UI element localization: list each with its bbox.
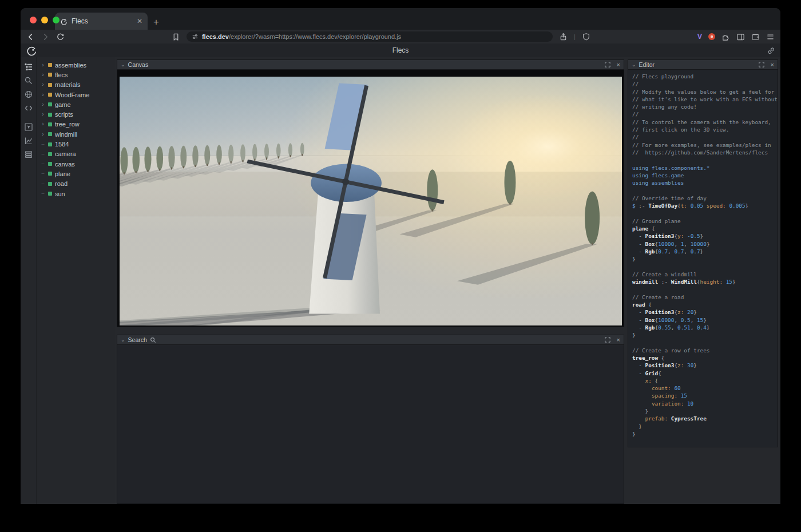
page-title: Flecs	[21, 46, 780, 54]
tree-item-label: canvas	[55, 161, 75, 168]
fullscreen-icon[interactable]	[605, 337, 610, 343]
expand-chevron-icon[interactable]: ›	[41, 121, 45, 127]
tree-item-label: materials	[55, 81, 81, 88]
bookmark-icon[interactable]	[172, 33, 180, 41]
cypress-tree	[192, 145, 198, 166]
expand-chevron-icon[interactable]: ›	[41, 132, 45, 137]
tables-icon[interactable]	[24, 150, 33, 159]
expand-chevron-icon[interactable]: ›	[41, 62, 45, 68]
share-icon[interactable]	[559, 33, 568, 41]
tree-item-scripts[interactable]: ›scripts	[37, 109, 115, 119]
menu-icon[interactable]	[766, 33, 775, 41]
tab-strip: Flecs ✕ +	[21, 8, 780, 30]
editor-panel-header[interactable]: ⌄ Editor ×	[628, 60, 778, 70]
maximize-window-button[interactable]	[53, 17, 60, 23]
new-tab-button[interactable]: +	[153, 17, 159, 27]
url-path: /explorer/?wasm=https://www.flecs.dev/ex…	[229, 33, 401, 40]
fullscreen-icon[interactable]	[759, 62, 764, 68]
cypress-tree	[228, 145, 233, 163]
tree-item-label: windmill	[55, 131, 77, 138]
minimize-window-button[interactable]	[41, 17, 48, 23]
tree-item-label: scripts	[55, 111, 73, 118]
code-line: road {	[632, 301, 778, 308]
code-icon[interactable]	[24, 104, 33, 113]
extension-v-icon[interactable]: V	[697, 33, 702, 41]
code-line: - Rgb{0.55, 0.51, 0.4}	[632, 324, 778, 331]
shield-icon[interactable]	[582, 33, 590, 41]
canvas-panel-header[interactable]: ⌄ Canvas ×	[117, 60, 624, 70]
module-square-icon	[48, 73, 52, 77]
close-panel-icon[interactable]: ×	[771, 62, 774, 68]
tree-item-game[interactable]: ›game	[37, 100, 115, 109]
navigation-bar: flecs.dev/explorer/?wasm=https://www.fle…	[21, 30, 780, 43]
tab-close-icon[interactable]: ✕	[137, 17, 142, 25]
cypress-tree	[585, 191, 600, 244]
entity-square-icon	[48, 122, 52, 126]
code-line: //	[632, 133, 778, 141]
code-line: // what it's like to work with an ECS wi…	[632, 96, 778, 103]
module-square-icon	[48, 93, 52, 97]
world-icon[interactable]	[24, 90, 33, 99]
search-results-area[interactable]	[117, 345, 624, 503]
url-bar[interactable]: flecs.dev/explorer/?wasm=https://www.fle…	[187, 31, 553, 42]
close-window-button[interactable]	[30, 17, 37, 23]
close-panel-icon[interactable]: ×	[617, 62, 620, 68]
tree-item-assemblies[interactable]: ›assemblies	[37, 60, 115, 70]
code-line: - Grid{	[632, 370, 778, 377]
tree-item-windmill[interactable]: ›windmill	[37, 129, 115, 139]
expand-chevron-icon[interactable]: ›	[41, 82, 45, 88]
collapse-chevron-icon[interactable]: ⌄	[632, 62, 636, 68]
entity-square-icon	[48, 142, 52, 146]
collapse-chevron-icon[interactable]: ⌄	[121, 62, 125, 68]
canvas-body	[117, 70, 624, 327]
toolbar-separator: |	[574, 33, 576, 40]
reload-icon[interactable]	[56, 33, 65, 41]
module-square-icon	[48, 63, 52, 67]
tree-item-1584[interactable]: –1584	[37, 139, 115, 149]
cypress-tree	[216, 145, 222, 164]
entity-square-icon	[48, 132, 52, 136]
site-controls-icon[interactable]	[192, 33, 199, 40]
search-panel-header[interactable]: ⌄ Search ×	[117, 335, 624, 345]
editor-code[interactable]: // Flecs playground//// Modify the value…	[628, 70, 778, 447]
code-line: - Rgb{0.7, 0.7, 0.7}	[632, 248, 778, 255]
leaf-dash-icon: –	[41, 171, 45, 176]
entity-square-icon	[48, 162, 52, 166]
browser-tab[interactable]: Flecs ✕	[55, 13, 148, 30]
expand-chevron-icon[interactable]: ›	[41, 102, 45, 108]
extension-red-icon[interactable]	[708, 33, 715, 40]
tree-item-camera[interactable]: –camera	[37, 149, 115, 159]
tree-item-label: game	[55, 101, 71, 108]
tree-item-sun[interactable]: –sun	[37, 189, 115, 198]
tree-item-tree_row[interactable]: ›tree_row	[37, 120, 115, 129]
search-icon[interactable]	[24, 76, 33, 85]
canvas-panel: ⌄ Canvas ×	[117, 59, 624, 327]
link-icon[interactable]	[767, 46, 775, 55]
tree-item-road[interactable]: –road	[37, 179, 115, 189]
tree-item-WoodFrame[interactable]: ›WoodFrame	[37, 90, 115, 100]
stats-icon[interactable]	[24, 136, 33, 145]
collapse-chevron-icon[interactable]: ⌄	[121, 338, 125, 343]
code-line: prefab: CypressTree	[632, 415, 778, 422]
tree-item-canvas[interactable]: –canvas	[37, 159, 115, 169]
expand-chevron-icon[interactable]: ›	[41, 72, 45, 78]
code-line: - Position3{z: 20}	[632, 308, 778, 316]
inspect-icon[interactable]	[24, 122, 33, 132]
sidebar-toggle-icon[interactable]	[736, 33, 745, 41]
tree-item-flecs[interactable]: ›flecs	[37, 70, 115, 80]
code-line	[632, 156, 778, 164]
tree-item-materials[interactable]: ›materials	[37, 80, 115, 90]
close-panel-icon[interactable]: ×	[617, 337, 620, 343]
forward-icon[interactable]	[41, 33, 50, 41]
wallet-icon[interactable]	[751, 33, 760, 41]
entity-tree-icon[interactable]	[24, 62, 33, 72]
expand-chevron-icon[interactable]: ›	[41, 92, 45, 98]
extensions-puzzle-icon[interactable]	[721, 33, 730, 41]
cypress-tree	[427, 169, 438, 211]
code-line: // For more examples, see examples/plecs…	[632, 141, 778, 149]
tree-item-plane[interactable]: –plane	[37, 169, 115, 178]
back-icon[interactable]	[26, 33, 35, 41]
fullscreen-icon[interactable]	[605, 62, 610, 68]
canvas-3d-scene[interactable]	[120, 77, 622, 325]
expand-chevron-icon[interactable]: ›	[41, 112, 45, 117]
